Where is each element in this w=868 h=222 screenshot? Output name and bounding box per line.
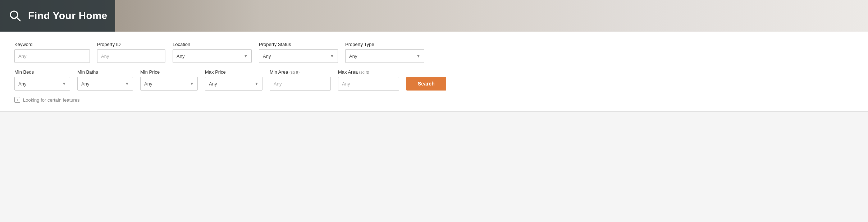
min-baths-label: Min Baths <box>77 69 133 75</box>
search-row-1: Keyword Property ID Location Any ▼ Prope… <box>14 42 854 63</box>
property-status-select-wrapper[interactable]: Any ▼ <box>259 49 338 63</box>
min-baths-select[interactable]: Any <box>78 77 133 90</box>
max-area-label: Max Area (sq ft) <box>338 69 399 75</box>
keyword-field-group: Keyword <box>14 42 90 63</box>
min-beds-label: Min Beds <box>14 69 70 75</box>
search-panel: Keyword Property ID Location Any ▼ Prope… <box>0 32 868 112</box>
min-price-field-group: Min Price Any ▼ <box>140 69 198 91</box>
min-price-select[interactable]: Any <box>141 77 197 90</box>
location-label: Location <box>173 42 252 47</box>
svg-line-1 <box>17 18 20 21</box>
hero-overlay: Find Your Home <box>0 0 115 32</box>
min-area-label: Min Area (sq ft) <box>270 69 331 75</box>
max-price-select[interactable]: Any <box>205 77 262 90</box>
min-beds-select[interactable]: Any <box>15 77 70 90</box>
location-field-group: Location Any ▼ <box>173 42 252 63</box>
location-select[interactable]: Any <box>173 50 251 63</box>
min-beds-field-group: Min Beds Any ▼ <box>14 69 70 91</box>
max-area-input[interactable] <box>338 77 399 91</box>
property-status-field-group: Property Status Any ▼ <box>259 42 338 63</box>
min-beds-select-wrapper[interactable]: Any ▼ <box>14 77 70 91</box>
min-baths-select-wrapper[interactable]: Any ▼ <box>77 77 133 91</box>
property-type-field-group: Property Type Any ▼ <box>345 42 424 63</box>
features-label[interactable]: Looking for certain features <box>23 97 80 103</box>
min-price-select-wrapper[interactable]: Any ▼ <box>140 77 198 91</box>
hero-image <box>0 0 868 32</box>
keyword-label: Keyword <box>14 42 90 47</box>
max-area-field-group: Max Area (sq ft) <box>338 69 399 91</box>
expand-features-icon[interactable]: + <box>14 97 20 103</box>
max-price-label: Max Price <box>205 69 262 75</box>
features-row: + Looking for certain features <box>14 97 854 103</box>
keyword-input[interactable] <box>14 49 90 63</box>
property-id-input[interactable] <box>97 49 165 63</box>
min-area-input[interactable] <box>270 77 331 91</box>
max-price-field-group: Max Price Any ▼ <box>205 69 262 91</box>
property-id-field-group: Property ID <box>97 42 165 63</box>
search-icon <box>9 9 22 22</box>
max-price-select-wrapper[interactable]: Any ▼ <box>205 77 262 91</box>
property-type-label: Property Type <box>345 42 424 47</box>
property-status-label: Property Status <box>259 42 338 47</box>
property-id-label: Property ID <box>97 42 165 47</box>
property-type-select-wrapper[interactable]: Any ▼ <box>345 49 424 63</box>
location-select-wrapper[interactable]: Any ▼ <box>173 49 252 63</box>
search-row-2: Min Beds Any ▼ Min Baths Any ▼ Min Price <box>14 69 854 91</box>
min-baths-field-group: Min Baths Any ▼ <box>77 69 133 91</box>
property-type-select[interactable]: Any <box>346 50 424 63</box>
min-price-label: Min Price <box>140 69 198 75</box>
hero-banner: Find Your Home <box>0 0 868 32</box>
min-area-field-group: Min Area (sq ft) <box>270 69 331 91</box>
property-status-select[interactable]: Any <box>259 50 338 63</box>
search-button[interactable]: Search <box>406 77 446 91</box>
hero-title: Find Your Home <box>28 10 108 22</box>
